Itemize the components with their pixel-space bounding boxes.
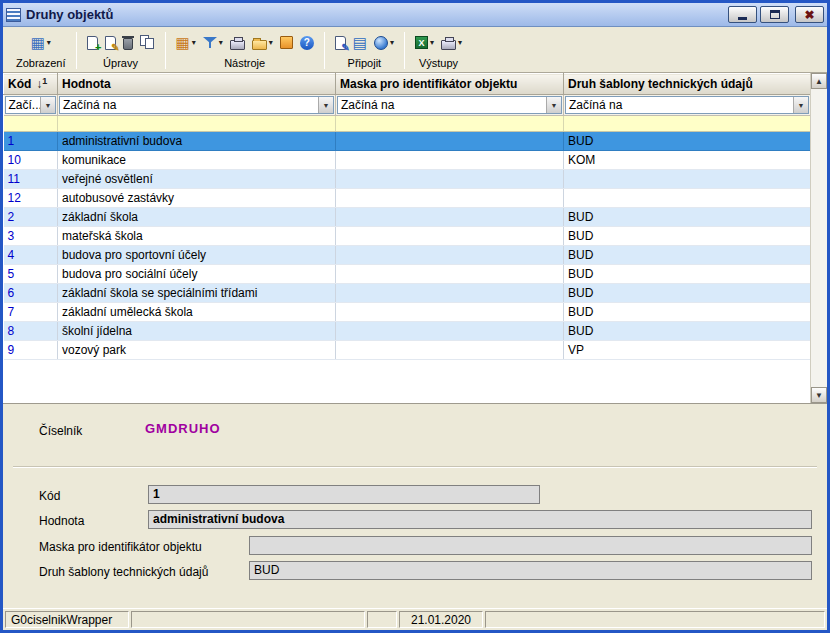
cell-druh[interactable]: VP [564, 341, 811, 360]
cell-kod[interactable]: 8 [4, 322, 58, 341]
cell-hodnota[interactable]: veřejné osvětlení [58, 170, 336, 189]
cell-maska[interactable] [336, 246, 564, 265]
column-header-maska[interactable]: Maska pro identifikátor objektu [336, 74, 564, 95]
column-header-druh[interactable]: Druh šablony technických údajů [564, 74, 811, 95]
filter-input-cell[interactable] [564, 116, 811, 132]
cell-druh[interactable]: BUD [564, 132, 811, 151]
minimize-button[interactable] [728, 6, 757, 23]
table-row[interactable]: 6 základní škola se speciálními třídami … [4, 284, 811, 303]
cell-kod[interactable]: 5 [4, 265, 58, 284]
help-button[interactable]: ? [298, 30, 316, 55]
scroll-down-button[interactable]: ▼ [811, 387, 827, 403]
cell-maska[interactable] [336, 227, 564, 246]
cell-kod[interactable]: 12 [4, 189, 58, 208]
excel-export-button[interactable]: X ▾ [413, 30, 436, 55]
cell-kod[interactable]: 9 [4, 341, 58, 360]
scrollbar-track[interactable] [811, 89, 827, 387]
column-header-kod[interactable]: Kód↓1 [4, 74, 58, 95]
cell-maska[interactable] [336, 170, 564, 189]
cell-hodnota[interactable]: mateřská škola [58, 227, 336, 246]
cell-maska[interactable] [336, 132, 564, 151]
hodnota-field[interactable]: administrativní budova [148, 510, 812, 529]
cell-kod[interactable]: 3 [4, 227, 58, 246]
chevron-down-icon[interactable]: ▼ [793, 97, 808, 113]
table-row[interactable]: 1 administrativní budova BUD [4, 132, 811, 151]
print-output-button[interactable]: ▾ [439, 30, 464, 55]
table-row[interactable]: 5 budova pro sociální účely BUD [4, 265, 811, 284]
filter-button[interactable]: ▾ [201, 30, 225, 55]
table-settings-button[interactable]: ▦ ▾ [174, 30, 198, 55]
cell-maska[interactable] [336, 189, 564, 208]
cell-maska[interactable] [336, 265, 564, 284]
cell-druh[interactable] [564, 189, 811, 208]
filter-combo-hodnota[interactable]: Začíná na▼ [59, 96, 334, 114]
column-header-hodnota[interactable]: Hodnota [58, 74, 336, 95]
vertical-scrollbar[interactable]: ▲ ▼ [810, 73, 827, 403]
filter-combo-kod[interactable]: Začí...▼ [5, 96, 57, 114]
table-row[interactable]: 12 autobusové zastávky [4, 189, 811, 208]
list-view-button[interactable]: ▤ [351, 30, 369, 55]
table-row[interactable]: 7 základní umělecká škola BUD [4, 303, 811, 322]
close-button[interactable]: ✖ [795, 6, 824, 23]
table-row[interactable]: 11 veřejné osvětlení [4, 170, 811, 189]
open-folder-button[interactable]: ▾ [250, 30, 275, 55]
cell-druh[interactable]: BUD [564, 246, 811, 265]
delete-record-button[interactable] [121, 30, 135, 55]
cell-kod[interactable]: 11 [4, 170, 58, 189]
cell-kod[interactable]: 2 [4, 208, 58, 227]
cell-druh[interactable]: BUD [564, 284, 811, 303]
copy-record-button[interactable] [138, 30, 157, 55]
maximize-button[interactable] [760, 6, 789, 23]
cell-druh[interactable]: KOM [564, 151, 811, 170]
cell-hodnota[interactable]: autobusové zastávky [58, 189, 336, 208]
cell-hodnota[interactable]: základní umělecká škola [58, 303, 336, 322]
kod-field[interactable]: 1 [148, 485, 540, 504]
cell-maska[interactable] [336, 322, 564, 341]
cell-kod[interactable]: 10 [4, 151, 58, 170]
cell-druh[interactable]: BUD [564, 227, 811, 246]
maska-field[interactable] [249, 536, 812, 555]
new-record-button[interactable]: + [85, 30, 100, 55]
edit-record-button[interactable]: ✎ [103, 30, 118, 55]
cell-maska[interactable] [336, 151, 564, 170]
chevron-down-icon[interactable]: ▼ [318, 97, 333, 113]
print-preview-button[interactable] [228, 30, 247, 55]
calculator-button[interactable] [278, 30, 295, 55]
media-connect-button[interactable]: ▾ [372, 30, 396, 55]
table-row[interactable]: 8 školní jídelna BUD [4, 322, 811, 341]
table-row[interactable]: 10 komunikace KOM [4, 151, 811, 170]
cell-hodnota[interactable]: základní škola se speciálními třídami [58, 284, 336, 303]
cell-druh[interactable]: BUD [564, 265, 811, 284]
cell-druh[interactable]: BUD [564, 208, 811, 227]
table-row[interactable]: 2 základní škola BUD [4, 208, 811, 227]
table-row[interactable]: 9 vozový park VP [4, 341, 811, 360]
druh-field[interactable]: BUD [249, 561, 812, 580]
cell-hodnota[interactable]: administrativní budova [58, 132, 336, 151]
chevron-down-icon[interactable]: ▼ [546, 97, 561, 113]
cell-druh[interactable]: BUD [564, 303, 811, 322]
filter-input-cell[interactable] [336, 116, 564, 132]
cell-maska[interactable] [336, 303, 564, 322]
chevron-down-icon[interactable]: ▼ [40, 97, 55, 113]
filter-input-cell[interactable] [58, 116, 336, 132]
filter-combo-maska[interactable]: Začíná na▼ [337, 96, 562, 114]
cell-kod[interactable]: 7 [4, 303, 58, 322]
cell-maska[interactable] [336, 341, 564, 360]
cell-druh[interactable] [564, 170, 811, 189]
scroll-up-button[interactable]: ▲ [811, 73, 827, 89]
filter-input-cell[interactable] [4, 116, 58, 132]
annotate-button[interactable]: ✎ [333, 30, 348, 55]
cell-hodnota[interactable]: základní škola [58, 208, 336, 227]
table-row[interactable]: 4 budova pro sportovní účely BUD [4, 246, 811, 265]
cell-maska[interactable] [336, 208, 564, 227]
cell-kod[interactable]: 6 [4, 284, 58, 303]
cell-druh[interactable]: BUD [564, 322, 811, 341]
cell-hodnota[interactable]: budova pro sociální účely [58, 265, 336, 284]
cell-kod[interactable]: 1 [4, 132, 58, 151]
cell-hodnota[interactable]: komunikace [58, 151, 336, 170]
view-mode-button[interactable]: ▦ ▾ [29, 30, 53, 55]
cell-hodnota[interactable]: vozový park [58, 341, 336, 360]
table-row[interactable]: 3 mateřská škola BUD [4, 227, 811, 246]
filter-combo-druh[interactable]: Začíná na▼ [565, 96, 809, 114]
cell-maska[interactable] [336, 284, 564, 303]
